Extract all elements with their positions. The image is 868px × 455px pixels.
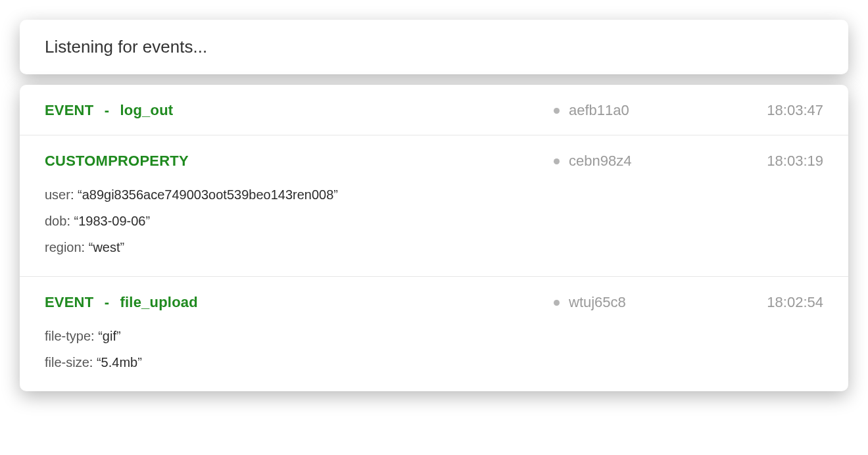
- status-dot-icon: [554, 158, 560, 164]
- event-id: aefb11a0: [569, 102, 629, 119]
- event-time: 18:03:47: [751, 102, 823, 119]
- event-header: EVENT - log_out aefb11a0 18:03:47: [45, 102, 823, 119]
- event-property: dob: “1983-09-06”: [45, 208, 823, 234]
- property-key: file-size: [45, 355, 89, 370]
- events-list-card: EVENT - log_out aefb11a0 18:03:47 CUSTOM…: [20, 85, 848, 391]
- event-header: EVENT - file_upload wtuj65c8 18:02:54: [45, 294, 823, 311]
- event-property: region: “west”: [45, 234, 823, 260]
- event-id: wtuj65c8: [569, 294, 626, 311]
- event-time: 18:03:19: [751, 153, 823, 170]
- property-value: 1983-09-06: [78, 214, 145, 228]
- property-value: a89gi8356ace749003oot539beo143ren008: [82, 187, 334, 202]
- event-property: file-size: “5.4mb”: [45, 349, 823, 375]
- event-row[interactable]: EVENT - log_out aefb11a0 18:03:47: [20, 85, 848, 135]
- event-row[interactable]: CUSTOMPROPERTY cebn98z4 18:03:19 user: “…: [20, 135, 848, 277]
- event-time: 18:02:54: [751, 294, 823, 311]
- property-key: user: [45, 187, 70, 202]
- event-dash: -: [105, 102, 110, 118]
- event-header: CUSTOMPROPERTY cebn98z4 18:03:19: [45, 153, 823, 170]
- event-type-label: EVENT: [45, 294, 93, 310]
- event-title: EVENT - log_out: [45, 102, 554, 119]
- event-properties: file-type: “gif” file-size: “5.4mb”: [45, 323, 823, 375]
- event-title: CUSTOMPROPERTY: [45, 153, 554, 170]
- event-id-wrap: cebn98z4: [554, 153, 751, 170]
- property-value: 5.4mb: [101, 355, 138, 370]
- event-name: file_upload: [120, 294, 198, 310]
- listening-header-card: Listening for events...: [20, 20, 848, 74]
- event-type-label: CUSTOMPROPERTY: [45, 153, 189, 169]
- listening-title: Listening for events...: [45, 37, 823, 57]
- event-id-wrap: wtuj65c8: [554, 294, 751, 311]
- status-dot-icon: [554, 300, 560, 306]
- event-type-label: EVENT: [45, 102, 93, 118]
- event-properties: user: “a89gi8356ace749003oot539beo143ren…: [45, 181, 823, 260]
- event-dash: -: [105, 294, 110, 310]
- event-property: file-type: “gif”: [45, 323, 823, 349]
- property-value: gif: [103, 329, 116, 343]
- property-key: region: [45, 240, 82, 254]
- event-property: user: “a89gi8356ace749003oot539beo143ren…: [45, 181, 823, 208]
- event-title: EVENT - file_upload: [45, 294, 554, 311]
- event-id: cebn98z4: [569, 153, 631, 170]
- event-name: log_out: [120, 102, 174, 118]
- status-dot-icon: [554, 108, 560, 114]
- event-row[interactable]: EVENT - file_upload wtuj65c8 18:02:54 fi…: [20, 277, 848, 391]
- property-value: west: [93, 240, 120, 254]
- event-id-wrap: aefb11a0: [554, 102, 751, 119]
- property-key: file-type: [45, 329, 91, 343]
- property-key: dob: [45, 214, 66, 228]
